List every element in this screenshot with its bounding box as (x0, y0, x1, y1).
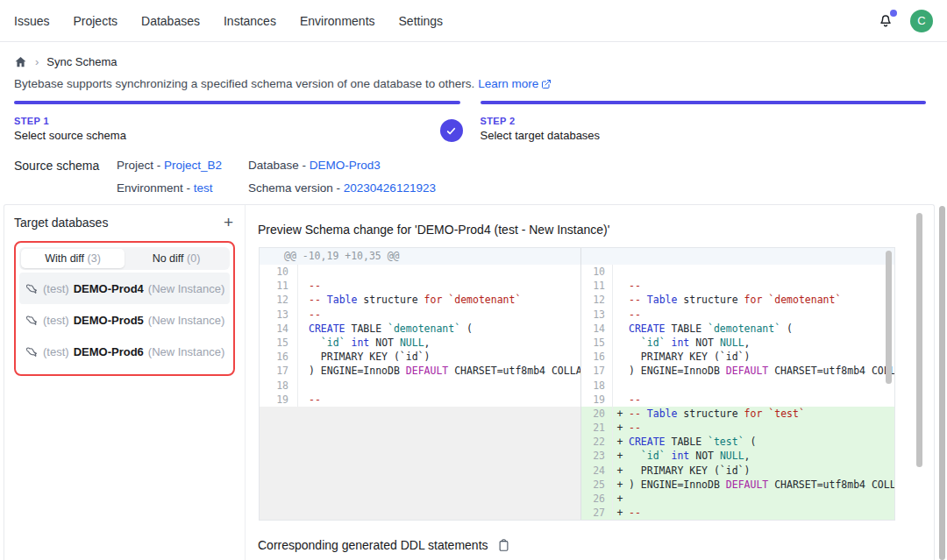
source-environment-field: Environment - test (117, 181, 213, 195)
source-database-field: Database - DEMO-Prod3 (248, 159, 381, 172)
line-number: 25 (581, 478, 613, 492)
code-text: CREATE TABLE `test` ( (627, 435, 756, 449)
code-text: -- (627, 279, 641, 293)
environment-label: Environment - (117, 181, 190, 195)
avatar[interactable]: C (910, 10, 933, 32)
diff-editor-scrollbar[interactable] (886, 251, 892, 384)
step-2: STEP 2 Select target databases (481, 101, 927, 142)
code-text: `id` int NOT NULL, (627, 336, 751, 350)
database-list-item-demo-prod5[interactable]: (test) DEMO-Prod5 (New Instance) (19, 304, 230, 336)
diff-sign (613, 265, 627, 279)
code-text: ) ENGINE=InnoDB DEFAULT CHARSET=utf8mb4 … (298, 364, 580, 378)
code-text: -- Table structure for `demotenant` (298, 293, 521, 307)
diff-pane-original: @@ -10,19 +10,35 @@ 1011--12-- Table str… (260, 248, 580, 520)
external-link-icon (541, 79, 552, 89)
step-1-progress-bar (14, 101, 460, 104)
diff-line: 17) ENGINE=InnoDB DEFAULT CHARSET=utf8mb… (581, 364, 894, 378)
database-list-item-demo-prod6[interactable]: (test) DEMO-Prod6 (New Instance) (19, 336, 230, 367)
code-text: -- (298, 308, 321, 322)
code-text (298, 265, 309, 279)
diff-sign (613, 308, 627, 322)
db-suffix: (New Instance) (148, 282, 224, 295)
diff-line: 27+-- (581, 506, 894, 520)
nav-item-instances[interactable]: Instances (224, 14, 276, 28)
step-2-label: STEP 2 (481, 116, 927, 126)
diff-line: 25+) ENGINE=InnoDB DEFAULT CHARSET=utf8m… (581, 478, 894, 492)
add-target-database-button[interactable]: + (222, 216, 235, 230)
line-number: 17 (260, 364, 298, 378)
database-list-item-demo-prod4[interactable]: (test) DEMO-Prod4 (New Instance) (19, 273, 230, 304)
diff-line: 19-- (260, 393, 580, 407)
learn-more-link[interactable]: Learn more (478, 77, 552, 90)
schema-version-link[interactable]: 20230426121923 (344, 181, 436, 195)
generated-ddl-title: Corresponding generated DDL statements (258, 538, 488, 552)
database-label: Database - (248, 159, 306, 172)
diff-line: 15 `id` int NOT NULL, (581, 336, 894, 350)
tab-no-diff[interactable]: No diff (0) (125, 249, 228, 268)
generated-ddl-section: Corresponding generated DDL statements (258, 538, 510, 552)
line-number: 22 (581, 435, 613, 449)
diff-line: 24+ PRIMARY KEY (`id`) (581, 464, 894, 478)
home-icon[interactable] (14, 55, 27, 68)
copy-icon[interactable] (497, 538, 510, 552)
nav-item-projects[interactable]: Projects (73, 14, 117, 28)
code-text (627, 379, 629, 393)
project-link[interactable]: Project_B2 (164, 159, 222, 172)
tab-no-diff-count: (0) (187, 252, 200, 265)
diff-editor[interactable]: @@ -10,19 +10,35 @@ 1011--12-- Table str… (259, 247, 895, 521)
mysql-icon (25, 282, 39, 295)
line-number: 14 (581, 322, 613, 336)
code-text: `id` int NOT NULL, (298, 336, 431, 350)
diff-sign: + (613, 506, 627, 520)
db-name: DEMO-Prod6 (74, 345, 144, 358)
tab-with-diff-count: (3) (88, 252, 101, 265)
preview-title: Preview Schema change for 'DEMO-Prod4 (t… (258, 223, 609, 237)
line-number: 11 (581, 279, 613, 293)
diff-sign: + (613, 464, 627, 478)
diff-line: 12-- Table structure for `demotenant` (260, 293, 580, 307)
line-number: 21 (581, 421, 613, 435)
notification-bell-icon[interactable] (877, 11, 896, 31)
line-number: 12 (260, 293, 298, 307)
sync-schema-card: Target databases + With diff (3) No diff… (4, 204, 935, 560)
diff-filler-region (260, 407, 580, 520)
diff-line: 11-- (581, 279, 894, 293)
tab-with-diff[interactable]: With diff (3) (21, 249, 125, 268)
nav-item-settings[interactable]: Settings (399, 14, 444, 28)
diff-sign: + (613, 421, 627, 435)
card-scrollbar[interactable] (916, 213, 922, 467)
diff-line: 18 (260, 379, 580, 393)
code-text: ) ENGINE=InnoDB DEFAULT CHARSET=utf8mb4 … (627, 478, 894, 492)
nav-item-issues[interactable]: Issues (14, 14, 49, 28)
line-number: 19 (260, 393, 298, 407)
nav-item-databases[interactable]: Databases (141, 14, 200, 28)
diff-sign: + (613, 478, 627, 492)
code-text: CREATE TABLE `demotenant` ( (298, 322, 473, 336)
page-description: Bytebase supports synchronizing a specif… (14, 77, 552, 90)
diff-line: 12-- Table structure for `demotenant` (581, 293, 894, 307)
diff-line: 21+-- (581, 421, 894, 435)
line-number: 18 (581, 379, 613, 393)
db-environment: (test) (43, 314, 69, 327)
diff-sign (613, 393, 627, 407)
code-text: -- (298, 279, 321, 293)
page-scrollbar[interactable] (939, 206, 945, 560)
database-link[interactable]: DEMO-Prod3 (310, 159, 381, 172)
db-suffix: (New Instance) (148, 314, 224, 327)
code-text: -- (627, 393, 641, 407)
line-number: 13 (260, 308, 298, 322)
diff-line: 14CREATE TABLE `demotenant` ( (260, 322, 580, 336)
code-text (627, 265, 629, 279)
code-text: ) ENGINE=InnoDB DEFAULT CHARSET=utf8mb4 … (627, 364, 894, 378)
code-text: CREATE TABLE `demotenant` ( (627, 322, 793, 336)
code-text: -- (627, 421, 641, 435)
code-text: PRIMARY KEY (`id`) (298, 350, 430, 364)
step-2-progress-bar (481, 101, 927, 104)
nav-item-environments[interactable]: Environments (300, 14, 375, 28)
db-name: DEMO-Prod4 (74, 282, 144, 295)
environment-link[interactable]: test (194, 181, 213, 195)
breadcrumb-page: Sync Schema (46, 55, 117, 68)
code-text (627, 492, 629, 506)
target-databases-title: Target databases (14, 216, 108, 230)
learn-more-label: Learn more (478, 77, 538, 90)
